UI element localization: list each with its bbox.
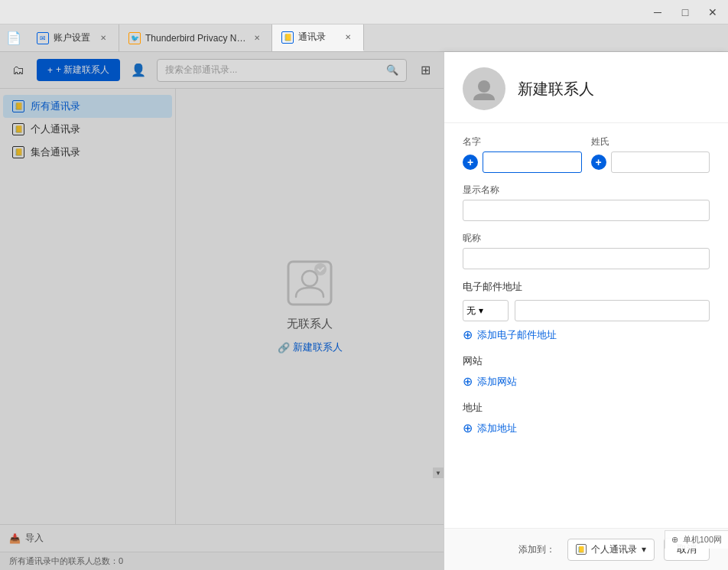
sidebar-collected-label: 集合通讯录 <box>31 145 80 159</box>
watermark-text: 单机100网 <box>683 534 722 546</box>
email-section-label: 电子邮件地址 <box>463 280 710 294</box>
svg-point-1 <box>302 271 317 286</box>
new-contact-label: + 新建联系人 <box>56 64 109 77</box>
first-name-group: 名字 + <box>463 135 582 173</box>
first-name-input-row: + <box>463 151 582 173</box>
add-to-label: 添加到： <box>518 543 555 556</box>
new-contact-plus: + <box>47 65 53 76</box>
display-name-label: 显示名称 <box>463 184 710 197</box>
tab-account-close[interactable]: ✕ <box>97 32 109 44</box>
tab-address-icon: 📒 <box>281 31 294 44</box>
name-row: 名字 + 姓氏 + <box>463 135 710 173</box>
add-email-link[interactable]: ⊕ 添加电子邮件地址 <box>463 327 710 342</box>
sidebar-all-icon: 📒 <box>12 100 24 112</box>
new-contact-link[interactable]: 🔗 新建联系人 <box>278 340 343 354</box>
form-header: 新建联系人 <box>444 52 728 123</box>
tab-new-button[interactable]: 📄 <box>0 24 28 51</box>
email-type-select[interactable]: 无 ▾ <box>463 300 509 321</box>
website-section-label: 网站 <box>463 354 710 368</box>
email-row: 无 ▾ <box>463 300 710 321</box>
nickname-label: 昵称 <box>463 232 710 245</box>
new-contact-panel: 新建联系人 名字 + 姓氏 + <box>444 52 728 570</box>
address-book-toolbar: 🗂 + + 新建联系人 👤 搜索全部通讯录... 🔍 ⊞ <box>0 52 444 89</box>
contact-list-icon-button[interactable]: 👤 <box>126 58 151 83</box>
minimize-button[interactable]: ─ <box>648 3 667 21</box>
nickname-input[interactable] <box>463 248 710 269</box>
left-panel: 🗂 + + 新建联系人 👤 搜索全部通讯录... 🔍 ⊞ ▲ 📒 所有通讯录 <box>0 52 444 570</box>
avatar <box>463 67 505 110</box>
last-name-input-row: + <box>591 151 710 173</box>
tab-privacy-notice[interactable]: 🐦 Thunderbird Privacy Notice ✕ <box>119 24 272 51</box>
svg-point-2 <box>314 263 327 275</box>
add-to-book-dropdown[interactable]: 📒 个人通讯录 ▾ <box>567 539 655 561</box>
empty-state: 无联系人 🔗 新建联系人 <box>278 259 343 354</box>
personal-book-label: 个人通讯录 <box>591 543 637 556</box>
display-name-input[interactable] <box>463 200 710 221</box>
sidebar-item-all[interactable]: 📒 所有通讯录 <box>3 95 172 118</box>
tab-address-label: 通讯录 <box>298 31 326 44</box>
import-bar[interactable]: 📥 导入 <box>0 524 444 552</box>
dropdown-chevron: ▾ <box>642 544 646 555</box>
new-contact-link-icon: 🔗 <box>278 342 290 353</box>
import-label: 导入 <box>25 532 44 545</box>
add-website-icon: ⊕ <box>463 374 473 389</box>
tab-address-book[interactable]: 📒 通讯录 ✕ <box>272 24 364 51</box>
folder-icon-button[interactable]: 🗂 <box>6 58 31 83</box>
scroll-down-arrow[interactable]: ▼ <box>433 467 444 478</box>
new-contact-button[interactable]: + + 新建联系人 <box>37 59 120 81</box>
email-type-chevron: ▾ <box>479 305 483 316</box>
address-section-label: 地址 <box>463 401 710 415</box>
status-text: 所有通讯录中的联系人总数：0 <box>9 555 123 567</box>
search-box[interactable]: 搜索全部通讯录... 🔍 <box>157 59 407 82</box>
empty-contacts-icon <box>285 259 334 308</box>
personal-book-icon: 📒 <box>576 544 587 555</box>
tab-privacy-icon: 🐦 <box>128 32 141 44</box>
sidebar-personal-icon: 📒 <box>12 123 24 135</box>
sidebar: 📒 所有通讯录 📒 个人通讯录 📒 集合通讯录 <box>0 89 176 524</box>
tab-address-close[interactable]: ✕ <box>342 31 354 44</box>
add-address-icon: ⊕ <box>463 421 473 435</box>
first-name-input[interactable] <box>483 151 582 173</box>
view-toggle-button[interactable]: ⊞ <box>413 58 437 83</box>
sidebar-item-personal[interactable]: 📒 个人通讯录 <box>3 118 172 141</box>
last-name-label: 姓氏 <box>591 135 710 148</box>
tab-privacy-label: Thunderbird Privacy Notice <box>145 33 246 44</box>
last-name-group: 姓氏 + <box>591 135 710 173</box>
titlebar: ─ □ ✕ <box>0 0 728 24</box>
search-icon: 🔍 <box>386 64 398 76</box>
close-button[interactable]: ✕ <box>704 3 722 21</box>
first-name-add-button[interactable]: + <box>463 155 478 170</box>
add-website-label: 添加网站 <box>477 375 517 389</box>
watermark: ⊕ 单机100网 <box>665 530 728 549</box>
tab-privacy-close[interactable]: ✕ <box>251 32 262 44</box>
add-email-icon: ⊕ <box>463 327 473 342</box>
watermark-icon: ⊕ <box>671 535 678 545</box>
tab-account-settings[interactable]: ✉ 账户设置 ✕ <box>28 24 119 51</box>
add-address-label: 添加地址 <box>477 422 517 435</box>
email-section: 电子邮件地址 无 ▾ ⊕ 添加电子邮件地址 <box>463 280 710 342</box>
import-icon: 📥 <box>9 533 21 544</box>
sidebar-item-collected[interactable]: 📒 集合通讯录 <box>3 141 172 164</box>
search-placeholder: 搜索全部通讯录... <box>165 64 237 77</box>
last-name-add-button[interactable]: + <box>591 155 606 170</box>
website-section: 网站 ⊕ 添加网站 <box>463 354 710 389</box>
sidebar-area: ▲ 📒 所有通讯录 📒 个人通讯录 📒 集合通讯录 <box>0 89 444 524</box>
sidebar-collected-icon: 📒 <box>12 146 24 158</box>
content-area: 无联系人 🔗 新建联系人 <box>176 89 444 524</box>
main-container: 🗂 + + 新建联系人 👤 搜索全部通讯录... 🔍 ⊞ ▲ 📒 所有通讯录 <box>0 52 728 570</box>
tabbar: 📄 ✉ 账户设置 ✕ 🐦 Thunderbird Privacy Notice … <box>0 24 728 52</box>
tab-account-icon: ✉ <box>37 32 49 44</box>
add-website-link[interactable]: ⊕ 添加网站 <box>463 374 710 389</box>
add-address-link[interactable]: ⊕ 添加地址 <box>463 421 710 435</box>
last-name-input[interactable] <box>611 151 710 173</box>
new-contact-link-label: 新建联系人 <box>293 340 343 354</box>
form-body: 名字 + 姓氏 + 显示名称 <box>444 123 728 528</box>
email-type-label: 无 <box>466 305 476 318</box>
sidebar-all-label: 所有通讯录 <box>31 99 80 113</box>
email-input[interactable] <box>515 300 710 321</box>
form-title: 新建联系人 <box>518 79 594 99</box>
address-section: 地址 ⊕ 添加地址 <box>463 401 710 435</box>
sidebar-personal-label: 个人通讯录 <box>31 122 80 136</box>
maximize-button[interactable]: □ <box>676 3 694 21</box>
empty-title: 无联系人 <box>287 317 333 331</box>
